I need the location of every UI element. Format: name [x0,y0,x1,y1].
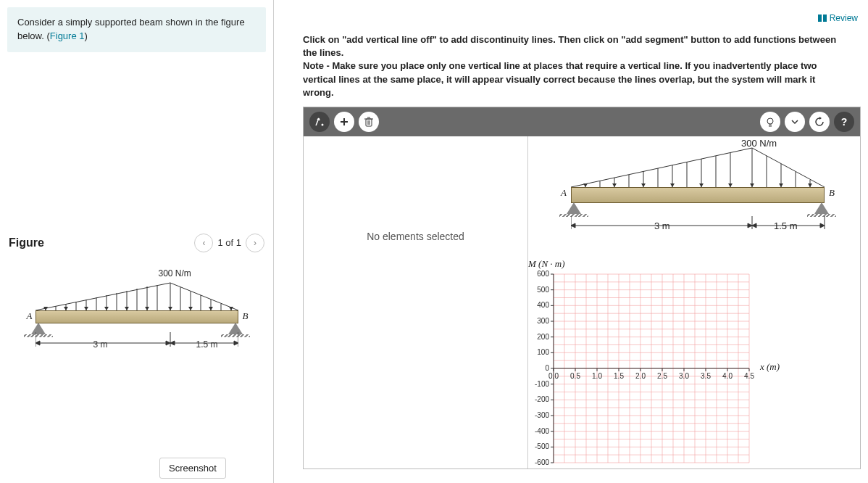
review-label: Review [830,13,858,23]
svg-text:1.5: 1.5 [614,372,624,380]
svg-text:300: 300 [537,317,549,325]
svg-point-42 [322,123,324,125]
svg-text:100: 100 [537,348,549,356]
add-segment-button[interactable] [334,112,354,132]
pager-text: 1 of 1 [217,237,241,248]
svg-marker-88 [752,223,756,228]
plot-canvas[interactable]: 300 N/m A B [528,136,860,468]
svg-text:600: 600 [537,270,549,278]
figure-pager: ‹ 1 of 1 › [194,234,264,252]
load-label: 300 N/m [159,268,191,278]
svg-text:-500: -500 [535,442,549,450]
svg-marker-89 [820,223,825,228]
svg-rect-41 [823,15,827,22]
svg-text:-100: -100 [535,380,549,388]
answer-panel: Review Click on "add vertical line off" … [274,0,868,483]
hint-button[interactable] [760,112,780,132]
selection-info-panel: No elements selected [304,136,528,468]
figure-heading: Figure [9,236,44,249]
point-b-label: B [243,310,249,322]
chevron-down-icon [791,118,798,125]
load-diagram [36,281,238,310]
no-selection-text: No elements selected [367,231,464,242]
svg-rect-40 [818,15,822,22]
figure-link[interactable]: Figure 1 [50,30,85,41]
instruction-line-2: Note - Make sure you place only one vert… [303,59,839,99]
svg-point-50 [767,118,773,124]
plus-icon [339,117,349,127]
svg-text:500: 500 [537,286,549,294]
svg-text:-600: -600 [535,458,549,466]
svg-text:200: 200 [537,333,549,341]
figure-prev-button[interactable]: ‹ [194,234,213,252]
svg-text:1.0: 1.0 [592,372,602,380]
lightbulb-icon [765,117,775,127]
svg-text:0: 0 [545,364,549,372]
dim-2-large: 1.5 m [774,220,798,231]
review-icon [818,15,827,22]
trash-icon [364,117,373,127]
svg-marker-36 [36,341,40,345]
svg-marker-39 [234,341,238,345]
dropdown-button[interactable] [785,112,805,132]
prompt-suffix: ) [85,30,88,41]
load-label-large: 300 N/m [741,138,777,149]
svg-text:-300: -300 [535,411,549,419]
svg-marker-38 [170,341,175,345]
svg-rect-45 [366,119,372,126]
question-icon: ? [841,116,848,128]
instruction-line-1: Click on "add vertical line off" to add … [303,33,839,59]
dim-1-large: 3 m [654,220,670,231]
delete-button[interactable] [359,112,379,132]
svg-text:-400: -400 [535,427,549,435]
x-axis-label: x (m) [760,361,780,373]
plot-editor: ? No elements selected [303,107,861,469]
svg-marker-86 [571,223,575,228]
moment-plot[interactable]: M (N · m) 6005004003002001000-100-200-30… [528,258,796,468]
svg-text:-200: -200 [535,395,549,403]
svg-text:2.5: 2.5 [657,372,667,380]
reset-button[interactable] [809,112,830,132]
svg-text:2.0: 2.0 [635,372,646,380]
point-b-large: B [829,187,835,199]
dim-1: 3 m [93,339,108,354]
review-link[interactable]: Review [818,13,858,23]
point-a-label: A [27,310,33,322]
help-button[interactable]: ? [834,112,854,132]
screenshot-badge: Screenshot [159,458,226,479]
dim-2: 1.5 m [196,339,218,354]
point-a-large: A [561,187,567,199]
editor-toolbar: ? [304,107,860,136]
svg-line-55 [752,148,825,187]
svg-text:3.0: 3.0 [679,372,689,380]
instructions: Click on "add vertical line off" to add … [303,33,839,99]
svg-text:0.0: 0.0 [548,372,559,380]
figure-next-button[interactable]: › [246,234,264,252]
svg-text:4.0: 4.0 [722,372,733,380]
svg-text:4.5: 4.5 [744,372,754,380]
svg-text:400: 400 [537,301,549,309]
figure-canvas: 300 N/m A B 3 m 1.5 m [9,274,264,405]
svg-line-54 [571,148,752,187]
add-vertical-line-button[interactable] [309,112,330,132]
svg-text:0.5: 0.5 [570,372,580,380]
svg-text:3.5: 3.5 [701,372,711,380]
problem-panel: Consider a simply supported beam shown i… [0,0,274,483]
problem-statement: Consider a simply supported beam shown i… [7,7,266,52]
svg-marker-53 [819,117,822,120]
reset-icon [814,117,825,127]
